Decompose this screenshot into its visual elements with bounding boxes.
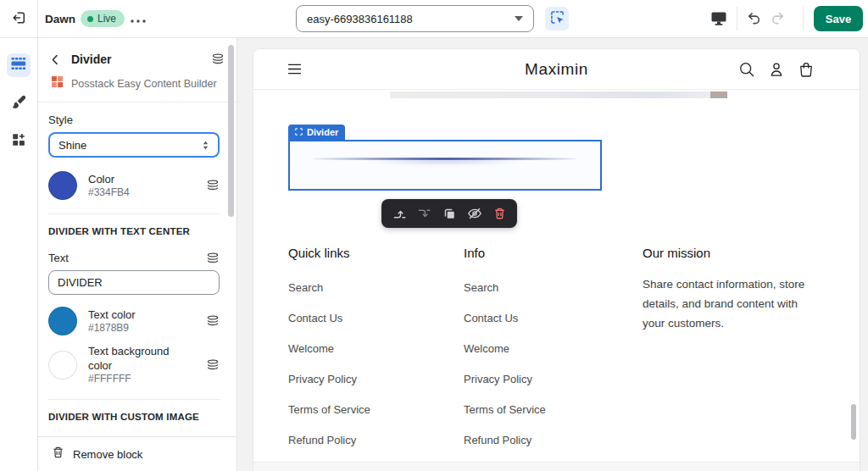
text-color-setting-row: Text color #1878B9 [48, 307, 220, 335]
monitor-icon [710, 11, 727, 29]
app-blocks-icon [11, 132, 26, 151]
remove-block-bar[interactable]: Remove block [38, 436, 236, 471]
style-select-value: Shine [58, 139, 86, 152]
redo-button[interactable] [770, 10, 786, 29]
page-selector-value: easy-6693836161188 [307, 13, 413, 25]
text-bg-color-label: Text background color [88, 344, 195, 373]
live-badge-label: Live [97, 13, 116, 25]
footer-column-info: Info Search Contact Us Welcome Privacy P… [464, 246, 546, 456]
dynamic-source-icon[interactable] [206, 252, 220, 264]
panel-header: Divider Posstack Easy Content Builder [38, 38, 236, 103]
page-selector-dropdown[interactable]: easy-6693836161188 [296, 5, 534, 32]
select-caret-icon [202, 140, 209, 151]
remove-block-label: Remove block [73, 448, 142, 461]
duplicate-block-button[interactable] [442, 206, 457, 221]
panel-title: Divider [71, 53, 203, 66]
color-hex: #334FB4 [88, 186, 195, 199]
section-heading-custom-image: DIVIDER WITH CUSTOM IMAGE [48, 412, 220, 422]
move-block-down-button[interactable] [417, 206, 432, 221]
store-header: Maximin [253, 49, 860, 90]
footer-link[interactable]: Privacy Policy [288, 364, 370, 395]
topbar-divider [803, 7, 804, 30]
rail-item-app-embeds[interactable] [7, 130, 31, 153]
rail-item-theme-settings[interactable] [7, 91, 31, 115]
mission-text: Share contact information, store details… [643, 274, 816, 333]
back-button[interactable] [50, 54, 64, 65]
panel-divider [48, 213, 220, 214]
sections-icon [10, 55, 27, 75]
undo-icon [746, 10, 762, 29]
block-action-toolbar [381, 199, 517, 228]
style-label: Style [48, 114, 220, 126]
shine-divider-glow [337, 159, 554, 167]
rail-item-sections[interactable] [7, 53, 31, 77]
live-status-badge: Live [81, 10, 125, 27]
cart-icon[interactable] [798, 61, 815, 78]
app-logo-icon [51, 75, 64, 91]
hide-block-button[interactable] [467, 206, 482, 221]
color-setting-row: Color #334FB4 [48, 171, 220, 200]
footer-link[interactable]: Refund Policy [288, 425, 370, 456]
dynamic-source-icon[interactable] [206, 180, 220, 191]
color-swatch[interactable] [48, 171, 77, 200]
selection-corners-icon [295, 127, 303, 137]
theme-name: Dawn [45, 13, 75, 25]
editor-topbar: Dawn Live easy-6693836161188 Save [0, 0, 868, 38]
redo-icon [770, 10, 786, 29]
block-label-text: Divider [307, 127, 338, 137]
section-heading-text-center: DIVIDER WITH TEXT CENTER [48, 226, 220, 236]
footer-link[interactable]: Contact Us [464, 303, 546, 334]
footer-link[interactable]: Search [464, 273, 546, 303]
footer-column-quick-links: Quick links Search Contact Us Welcome Pr… [288, 246, 370, 456]
app-name: Posstack Easy Content Builder [71, 78, 217, 90]
footer-link[interactable]: Search [288, 273, 370, 303]
more-actions-button[interactable] [126, 11, 150, 26]
text-bg-color-hex: #FFFFFF [88, 373, 195, 385]
exit-editor-button[interactable] [0, 0, 38, 37]
color-label: Color [88, 172, 195, 186]
move-block-up-button[interactable] [392, 206, 407, 221]
preview-scrollbar-thumb[interactable] [851, 404, 856, 440]
scrolled-section-edge-square [710, 91, 727, 98]
text-field[interactable] [48, 270, 220, 295]
footer-link[interactable]: Welcome [464, 334, 546, 364]
footer-link[interactable]: Terms of Service [464, 395, 546, 425]
footer-link[interactable]: Terms of Service [288, 395, 370, 425]
dynamic-source-icon[interactable] [211, 53, 225, 65]
paintbrush-icon [11, 94, 27, 114]
style-select[interactable]: Shine [48, 132, 220, 158]
divider-block-selection[interactable] [288, 140, 602, 191]
inspect-cursor-icon [550, 10, 565, 27]
topbar-divider [737, 7, 737, 30]
text-bg-color-swatch[interactable] [48, 351, 77, 380]
footer-heading: Info [464, 246, 546, 260]
theme-preview-canvas: Maximin Divider Quick links Search Conta… [253, 49, 860, 471]
footer-link[interactable]: Contact Us [288, 303, 370, 334]
footer-link[interactable]: Welcome [288, 334, 370, 364]
save-button[interactable]: Save [814, 6, 863, 31]
inspector-toggle-button[interactable] [545, 7, 569, 30]
chevron-down-icon [515, 16, 523, 21]
selected-block-label[interactable]: Divider [288, 125, 345, 140]
panel-scrollbar-thumb[interactable] [228, 45, 234, 217]
text-color-label: Text color [88, 308, 195, 322]
footer-bottom-strip [253, 462, 860, 471]
text-color-hex: #1878B9 [88, 322, 195, 335]
footer-heading: Our mission [643, 246, 816, 260]
exit-icon [11, 10, 26, 28]
panel-divider [48, 399, 220, 400]
scrolled-section-edge [390, 91, 729, 98]
footer-link[interactable]: Privacy Policy [464, 364, 546, 395]
device-preview-button[interactable] [710, 11, 727, 29]
text-label: Text [48, 252, 69, 264]
dynamic-source-icon[interactable] [206, 315, 220, 327]
footer-link[interactable]: Refund Policy [464, 425, 546, 456]
text-color-swatch[interactable] [48, 307, 77, 335]
search-icon[interactable] [738, 61, 755, 78]
dynamic-source-icon[interactable] [206, 359, 220, 371]
text-bg-color-setting-row: Text background color #FFFFFF [48, 344, 220, 385]
undo-button[interactable] [746, 10, 762, 29]
account-icon[interactable] [768, 61, 785, 78]
delete-block-button[interactable] [492, 206, 507, 221]
block-settings-panel: Divider Posstack Easy Content Builder St… [38, 38, 237, 471]
